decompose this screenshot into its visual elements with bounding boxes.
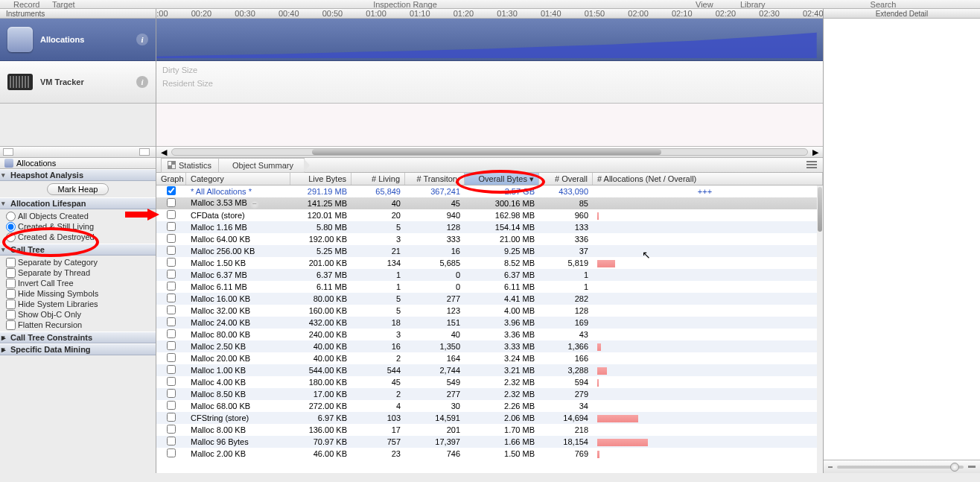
table-row[interactable]: Malloc 96 Bytes70.97 KB75717,3971.66 MB1… (156, 436, 817, 448)
th-graph[interactable]: Graph (156, 173, 186, 185)
zoom-slider[interactable] (837, 466, 964, 469)
calltree-option[interactable]: Show Obj-C Only (4, 309, 156, 320)
lifespan-option[interactable]: Created & Still Living (4, 221, 156, 232)
row-graph-checkbox[interactable] (167, 270, 176, 279)
calltree-option[interactable]: Flatten Recursion (4, 320, 156, 330)
table-row[interactable]: Malloc 6.11 MB6.11 MB106.11 MB1 (156, 281, 817, 293)
row-close-icon[interactable]: – (250, 200, 259, 209)
row-graph-checkbox[interactable] (167, 437, 176, 445)
section-calltree[interactable]: Call Tree (0, 244, 156, 256)
table-row[interactable]: Malloc 2.00 KB46.00 KB237461.50 MB769 (156, 448, 817, 460)
calltree-option[interactable]: Separate by Thread (4, 267, 156, 278)
instruments-header: Instruments (0, 9, 156, 19)
table-row[interactable]: Malloc 256.00 KB5.25 MB21169.25 MB37 (156, 245, 817, 257)
row-alloc-bar (593, 259, 817, 267)
mark-heap-button[interactable]: Mark Heap (47, 183, 109, 195)
row-graph-checkbox[interactable] (167, 413, 176, 422)
row-graph-checkbox[interactable] (167, 425, 176, 434)
table-row[interactable]: Malloc 20.00 KB40.00 KB21643.24 MB166 (156, 352, 817, 364)
instrument-allocations[interactable]: Allocations i (0, 19, 156, 61)
row-graph-checkbox[interactable] (167, 377, 176, 386)
table-vscroll[interactable] (817, 185, 823, 473)
table-row[interactable]: Malloc 80.00 KB240.00 KB3403.36 MB43 (156, 329, 817, 340)
lifespan-option[interactable]: All Objects Created (4, 211, 156, 221)
table-row[interactable]: Malloc 2.50 KB40.00 KB161,3503.33 MB1,36… (156, 340, 817, 352)
crumb-statistics[interactable]: Statistics (161, 158, 223, 173)
section-lifespan[interactable]: Allocation Lifespan (0, 197, 156, 209)
th-category[interactable]: Category (186, 173, 290, 185)
table-row[interactable]: Malloc 8.00 KB136.00 KB172011.70 MB218 (156, 424, 817, 436)
row-graph-checkbox[interactable] (167, 210, 176, 219)
th-overall-bytes[interactable]: Overall Bytes ▾ (465, 173, 539, 185)
zoom-small-icon[interactable] (828, 466, 833, 468)
instrument-vm-tracker[interactable]: VM Tracker i (0, 61, 156, 104)
row-graph-checkbox[interactable] (167, 282, 176, 291)
table-row[interactable]: Malloc 8.50 KB17.00 KB22772.32 MB279 (156, 388, 817, 400)
vm-tracker-track[interactable]: Dirty Size Resident Size (156, 61, 823, 104)
row-lb: 136.00 KB (290, 425, 351, 434)
row-graph-checkbox[interactable] (167, 341, 176, 350)
row-graph-checkbox[interactable] (167, 198, 176, 207)
row-graph-checkbox[interactable] (167, 401, 176, 410)
vscroll-thumb[interactable] (818, 187, 822, 232)
calltree-option[interactable]: Separate by Category (4, 257, 156, 267)
section-heapshot[interactable]: Heapshot Analysis (0, 169, 156, 181)
row-tr: 5,685 (405, 259, 465, 267)
row-lb: 46.00 KB (290, 449, 351, 458)
calltree-option[interactable]: Hide Missing Symbols (4, 288, 156, 299)
th-overall[interactable]: # Overall (539, 173, 593, 185)
row-graph-checkbox[interactable] (167, 365, 176, 374)
row-graph-checkbox[interactable] (167, 389, 176, 398)
section-constraints[interactable]: ▸Call Tree Constraints (0, 332, 156, 343)
th-allocations[interactable]: # Allocations (Net / Overall) (593, 173, 823, 185)
timeline-ruler[interactable]: 00:0000:2000:3000:4000:5001:0001:1001:20… (156, 9, 823, 19)
row-graph-checkbox[interactable] (167, 329, 176, 338)
row-tr: 14,591 (405, 413, 465, 422)
table-row[interactable]: Malloc 24.00 KB432.00 KB181513.96 MB169 (156, 317, 817, 329)
scroll-left-icon[interactable]: ◀ (161, 148, 167, 157)
info-icon[interactable]: i (136, 76, 148, 88)
row-graph-checkbox[interactable] (167, 305, 176, 314)
row-graph-checkbox[interactable] (167, 353, 176, 362)
row-graph-checkbox[interactable] (167, 186, 176, 195)
table-row[interactable]: CFData (store)120.01 MB20940162.98 MB960 (156, 209, 817, 221)
timeline-hscroll[interactable]: ◀ ▶ (156, 147, 823, 158)
table-row[interactable]: Malloc 4.00 KB180.00 KB455492.32 MB594 (156, 376, 817, 388)
table-row[interactable]: Malloc 16.00 KB80.00 KB52774.41 MB282 (156, 293, 817, 305)
zoom-knob[interactable] (950, 463, 959, 472)
table-row[interactable]: Malloc 68.00 KB272.00 KB4302.26 MB34 (156, 400, 817, 412)
row-graph-checkbox[interactable] (167, 258, 176, 267)
row-tr: 151 (405, 318, 465, 327)
view-toggle-icon[interactable] (3, 148, 13, 156)
detail-menu-icon[interactable] (806, 161, 817, 168)
section-mining[interactable]: ▸Specific Data Mining (0, 343, 156, 355)
row-graph-checkbox[interactable] (167, 222, 176, 231)
table-row[interactable]: * All Allocations *291.19 MB65,849367,24… (156, 185, 817, 197)
row-graph-checkbox[interactable] (167, 234, 176, 243)
calltree-option[interactable]: Invert Call Tree (4, 278, 156, 288)
crumb-object-summary[interactable]: Object Summary (218, 158, 305, 173)
table-row[interactable]: Malloc 64.00 KB192.00 KB333321.00 MB336 (156, 233, 817, 245)
zoom-large-icon[interactable] (968, 466, 976, 468)
row-graph-checkbox[interactable] (167, 294, 176, 302)
hscroll-thumb[interactable] (312, 149, 661, 155)
table-row[interactable]: CFString (store)6.97 KB10314,5912.06 MB1… (156, 412, 817, 424)
allocations-track[interactable] (156, 19, 823, 61)
info-icon[interactable]: i (136, 34, 148, 45)
table-row[interactable]: Malloc 1.16 MB5.80 MB5128154.14 MB133 (156, 221, 817, 233)
table-row[interactable]: Malloc 3.53 MB–141.25 MB4045300.16 MB85 (156, 197, 817, 209)
view-toggle-icon[interactable] (139, 148, 150, 156)
table-row[interactable]: Malloc 1.00 KB544.00 KB5442,7443.21 MB3,… (156, 364, 817, 376)
th-transitory[interactable]: # Transitory (405, 173, 465, 185)
th-living[interactable]: # Living (351, 173, 405, 185)
row-graph-checkbox[interactable] (167, 448, 176, 457)
table-row[interactable]: Malloc 32.00 KB160.00 KB51234.00 MB128 (156, 305, 817, 317)
scroll-right-icon[interactable]: ▶ (812, 148, 818, 157)
table-row[interactable]: Malloc 6.37 MB6.37 MB106.37 MB1 (156, 269, 817, 281)
calltree-option[interactable]: Hide System Libraries (4, 299, 156, 309)
lifespan-option[interactable]: Created & Destroyed (4, 232, 156, 242)
row-graph-checkbox[interactable] (167, 317, 176, 326)
row-graph-checkbox[interactable] (167, 246, 176, 255)
table-row[interactable]: Malloc 1.50 KB201.00 KB1345,6858.52 MB5,… (156, 257, 817, 269)
th-live-bytes[interactable]: Live Bytes (290, 173, 351, 185)
